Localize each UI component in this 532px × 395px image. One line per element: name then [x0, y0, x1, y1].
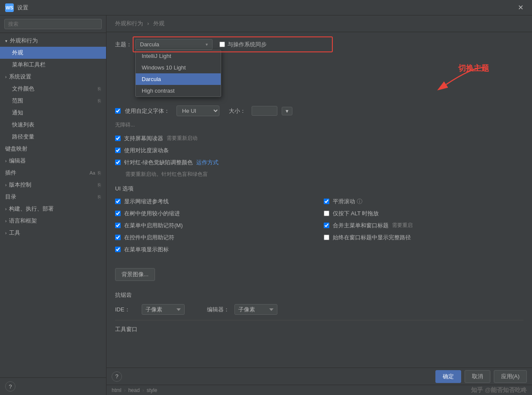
contrast-scrollbar-label: 使用对比度滚动条	[124, 147, 169, 154]
expand-icon: ›	[5, 219, 6, 223]
antialias-ide-select[interactable]: 子像素	[142, 304, 185, 315]
expand-icon: ›	[5, 183, 6, 187]
antialias-title: 抗锯齿	[115, 291, 523, 299]
theme-option-high-contrast[interactable]: High contrast	[136, 85, 221, 96]
antialias-editor-select[interactable]: 子像素	[234, 304, 277, 315]
theme-option-darcula[interactable]: Darcula	[136, 73, 221, 85]
window-title: 设置	[17, 4, 28, 12]
catalog-icon: ⎘	[98, 194, 101, 199]
color-blind-checkbox[interactable]	[115, 160, 121, 165]
help-button[interactable]: ?	[5, 381, 15, 392]
show-full-path-checkbox[interactable]	[324, 235, 329, 240]
control-mnemonics-label: 在控件中启用助记符	[124, 234, 174, 241]
show-tree-indent-checkbox[interactable]	[115, 199, 121, 204]
menu-mnemonics-label: 在菜单中启用助记符(M)	[124, 222, 183, 229]
confirm-button[interactable]: 确定	[435, 370, 461, 383]
smaller-indent-row: 在树中使用较小的缩进	[115, 210, 315, 217]
sidebar-item-language-framework[interactable]: › 语言和框架	[0, 215, 106, 227]
menu-mnemonics-checkbox[interactable]	[115, 223, 121, 228]
smooth-scroll-info-icon: ⓘ	[357, 198, 362, 205]
sidebar-item-path-variables[interactable]: 路径变量	[0, 131, 106, 143]
nav-label: 构建、执行、部署	[9, 205, 54, 213]
screen-reader-checkbox[interactable]	[115, 136, 121, 141]
plugins-icons: Aa ⎘	[89, 170, 101, 175]
color-blind-link[interactable]: 运作方式	[196, 159, 219, 166]
status-breadcrumb: html › head › style	[112, 387, 157, 393]
expand-icon: ›	[5, 75, 6, 79]
background-image-button[interactable]: 背景图像...	[115, 268, 155, 281]
contrast-scrollbar-checkbox[interactable]	[115, 148, 121, 153]
nav-label: 外观	[12, 49, 23, 57]
smooth-scroll-checkbox[interactable]	[324, 199, 329, 204]
sidebar-item-plugins[interactable]: 插件 Aa ⎘	[0, 167, 106, 179]
file-icon: ⎘	[98, 86, 101, 91]
search-input[interactable]	[4, 19, 102, 29]
theme-option-intellij-light[interactable]: IntelliJ Light	[136, 50, 221, 62]
screen-reader-row: 支持屏幕阅读器 需要重新启动	[115, 135, 523, 142]
ui-options-left: 显示网缩进参考线 在树中使用较小的缩进 在菜单中启用助记符(M) 在控	[115, 198, 315, 258]
sidebar-item-catalog[interactable]: 目录 ⎘	[0, 191, 106, 203]
status-style: style	[146, 387, 157, 393]
accessibility-divider: 无障碍...	[115, 121, 523, 130]
font-row: 使用自定义字体： He UI 大小： 12 ▼	[115, 106, 523, 116]
size-dropdown-button[interactable]: ▼	[282, 107, 292, 115]
sidebar-item-notifications[interactable]: 通知	[0, 107, 106, 119]
smaller-indent-checkbox[interactable]	[115, 211, 121, 216]
nav-label: 通知	[12, 109, 23, 117]
custom-font-checkbox[interactable]	[115, 108, 121, 114]
zhihu-watermark: 知乎 @能否知否吃咚	[471, 386, 527, 394]
alt-drag-label: 仅按下 ALT 时拖放	[333, 210, 379, 217]
apply-button[interactable]: 应用(A)	[494, 370, 527, 383]
close-button[interactable]: ✕	[514, 2, 527, 13]
size-input[interactable]: 12	[252, 106, 277, 116]
smooth-scroll-row: 平滑滚动 ⓘ	[324, 198, 524, 205]
merge-main-menu-checkbox[interactable]	[324, 223, 329, 228]
alt-drag-checkbox[interactable]	[324, 211, 329, 216]
theme-option-windows-10-light[interactable]: Windows 10 Light	[136, 62, 221, 73]
sync-checkbox[interactable]	[219, 42, 225, 47]
antialias-ide-row: IDE： 子像素 编辑器： 子像素	[115, 304, 523, 315]
scope-icon: ⎘	[98, 98, 101, 103]
sync-checkbox-row: 与操作系统同步	[219, 41, 267, 48]
show-tree-indent-row: 显示网缩进参考线	[115, 198, 315, 205]
sidebar-item-version-control[interactable]: › 版本控制 ⎘	[0, 179, 106, 191]
sidebar-item-tools[interactable]: › 工具	[0, 227, 106, 239]
sidebar-bottom: ?	[0, 377, 106, 395]
help-button-main[interactable]: ?	[112, 371, 122, 382]
sidebar-item-scope[interactable]: 范围 ⎘	[0, 95, 106, 107]
sidebar-item-file-colors[interactable]: 文件颜色 ⎘	[0, 83, 106, 95]
show-tree-indent-label: 显示网缩进参考线	[124, 198, 169, 205]
cancel-button[interactable]: 取消	[465, 370, 490, 383]
sidebar-item-quick-list[interactable]: 快速列表	[0, 119, 106, 131]
search-box	[0, 15, 106, 33]
show-full-path-label: 始终在窗口标题中显示完整路径	[333, 234, 411, 241]
nav-label: 语言和框架	[9, 217, 37, 225]
theme-dropdown-button[interactable]: Darcula	[135, 39, 213, 50]
breadcrumb: 外观和行为 › 外观	[106, 15, 532, 32]
nav-label: 目录	[5, 193, 16, 201]
screen-reader-hint: 需要重新启动	[167, 135, 198, 142]
sidebar-item-keymap[interactable]: 键盘映射	[0, 143, 106, 155]
sidebar-item-menus-toolbars[interactable]: 菜单和工具栏	[0, 59, 106, 71]
alt-drag-row: 仅按下 ALT 时拖放	[324, 210, 524, 217]
theme-label: 主题：	[115, 41, 132, 48]
sidebar-item-editor[interactable]: › 编辑器	[0, 155, 106, 167]
settings-window: WS 设置 ✕ ▾ 外观和行为 外观 菜单和工具栏	[0, 0, 532, 395]
expand-icon: ›	[5, 207, 6, 211]
size-label: 大小：	[229, 107, 246, 115]
theme-dropdown-menu: IntelliJ Light Windows 10 Light Darcula …	[135, 50, 221, 97]
sidebar-item-appearance-behavior[interactable]: ▾ 外观和行为	[0, 35, 106, 47]
show-icons-menu-label: 在菜单项显示图标	[124, 246, 169, 253]
control-mnemonics-checkbox[interactable]	[115, 235, 121, 240]
sidebar-item-build-exec-deploy[interactable]: › 构建、执行、部署	[0, 203, 106, 215]
sidebar-item-system-settings[interactable]: › 系统设置	[0, 71, 106, 83]
sidebar-item-appearance[interactable]: 外观	[0, 47, 106, 59]
nav-label: 文件颜色	[12, 85, 34, 93]
show-icons-menu-checkbox[interactable]	[115, 247, 121, 252]
contrast-scrollbar-row: 使用对比度滚动条	[115, 147, 523, 154]
color-blind-label: 针对红-绿色觉缺陷调整颜色	[124, 159, 193, 166]
nav-label: 系统设置	[9, 73, 31, 81]
tool-window-title: 工具窗口	[115, 326, 523, 333]
font-select[interactable]: He UI	[176, 106, 219, 116]
color-blind-row: 针对红-绿色觉缺陷调整颜色 运作方式	[115, 159, 523, 166]
